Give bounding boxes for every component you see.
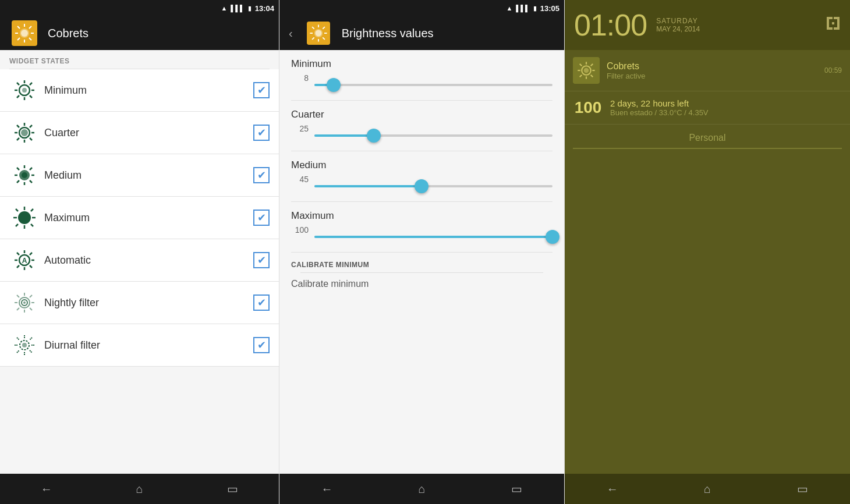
minimum-checkbox[interactable] bbox=[253, 82, 270, 98]
notif-cobrets-subtitle: Filter active bbox=[607, 72, 817, 80]
status-bar-2: ▲ ▌▌▌ ▮ 13:05 bbox=[279, 0, 564, 16]
maximum-checkbox[interactable] bbox=[253, 210, 270, 226]
nightly-icon bbox=[9, 288, 40, 318]
brightness-sliders-container: Minimum 8 Cuarter 25 bbox=[279, 50, 564, 474]
notif-cobrets-card[interactable]: Cobrets Filter active 00:59 bbox=[565, 50, 850, 91]
notif-cobrets-icon bbox=[573, 57, 600, 84]
settings-icon[interactable] bbox=[826, 16, 841, 34]
day-name: SATURDAY bbox=[656, 17, 700, 25]
slider-medium-track[interactable] bbox=[314, 177, 552, 196]
status-time-1: 13:04 bbox=[255, 4, 274, 13]
home-button-2[interactable]: ⌂ bbox=[405, 477, 440, 501]
personal-label-area: Personal bbox=[565, 125, 850, 157]
personal-divider bbox=[573, 148, 842, 149]
automatic-checkbox[interactable] bbox=[253, 252, 270, 268]
signal-icon: ▌▌▌ bbox=[231, 5, 244, 12]
list-item-nightly[interactable]: Nightly filter bbox=[0, 282, 279, 324]
list-item-diurnal[interactable]: Diurnal filter bbox=[0, 324, 279, 367]
home-button-1[interactable]: ⌂ bbox=[122, 477, 157, 501]
list-item-cuarter[interactable]: Cuarter bbox=[0, 112, 279, 154]
back-button-1[interactable]: ← bbox=[29, 477, 64, 501]
recent-button-1[interactable]: ▭ bbox=[215, 477, 250, 501]
nightly-checkbox[interactable] bbox=[253, 294, 270, 311]
medium-icon bbox=[9, 160, 40, 190]
automatic-icon: A bbox=[9, 245, 40, 275]
slider-maximum-section: Maximum 100 bbox=[291, 202, 552, 253]
home-button-3[interactable]: ⌂ bbox=[690, 477, 725, 501]
svg-point-22 bbox=[21, 129, 28, 136]
status-bar-1: ▲ ▌▌▌ ▮ 13:04 bbox=[0, 0, 279, 16]
back-button-2[interactable]: ← bbox=[310, 477, 345, 501]
battery-title: 2 days, 22 hours left bbox=[610, 98, 842, 108]
svg-line-29 bbox=[30, 125, 32, 127]
slider-minimum-track[interactable] bbox=[314, 76, 552, 94]
svg-line-18 bbox=[30, 95, 32, 98]
automatic-label: Automatic bbox=[44, 254, 253, 267]
notif-battery-card[interactable]: 100 2 days, 22 hours left Buen estado / … bbox=[565, 91, 850, 125]
list-item-automatic[interactable]: A Automatic bbox=[0, 239, 279, 282]
list-item-minimum[interactable]: Minimum bbox=[0, 69, 279, 112]
panel-brightness: ▲ ▌▌▌ ▮ 13:05 ‹ Brightness values bbox=[279, 0, 565, 504]
svg-line-27 bbox=[17, 125, 19, 127]
list-item-medium[interactable]: Medium bbox=[0, 154, 279, 197]
svg-line-46 bbox=[16, 209, 18, 211]
panel-cobrets: ▲ ▌▌▌ ▮ 13:04 Cobrets WIDGET STAT bbox=[0, 0, 279, 504]
svg-rect-98 bbox=[832, 22, 834, 24]
svg-line-49 bbox=[16, 224, 18, 226]
svg-line-107 bbox=[591, 64, 593, 66]
svg-point-100 bbox=[584, 68, 589, 73]
svg-point-72 bbox=[22, 343, 27, 347]
slider-medium-section: Medium 45 bbox=[291, 151, 552, 202]
slider-maximum-label: Maximum bbox=[291, 210, 552, 222]
battery-icon: ▮ bbox=[248, 5, 252, 12]
minimum-icon bbox=[9, 75, 40, 105]
diurnal-icon bbox=[9, 330, 40, 360]
wifi-icon-2: ▲ bbox=[506, 5, 512, 12]
minimum-label: Minimum bbox=[44, 84, 253, 97]
svg-line-48 bbox=[31, 209, 33, 211]
nav-bar-1: ← ⌂ ▭ bbox=[0, 474, 279, 504]
recent-button-3[interactable]: ▭ bbox=[785, 477, 820, 501]
personal-area: Personal bbox=[565, 125, 850, 474]
recent-button-2[interactable]: ▭ bbox=[500, 477, 534, 501]
clock-time: 01:00 bbox=[574, 8, 647, 42]
slider-cuarter-thumb[interactable] bbox=[367, 129, 381, 143]
slider-medium-row: 45 bbox=[291, 177, 552, 196]
notif-cobrets-content: Cobrets Filter active bbox=[607, 61, 817, 80]
slider-cuarter-track[interactable] bbox=[314, 126, 552, 145]
diurnal-label: Diurnal filter bbox=[44, 339, 253, 352]
svg-line-80 bbox=[17, 350, 19, 353]
svg-point-41 bbox=[18, 211, 31, 224]
slider-cuarter-value: 25 bbox=[291, 124, 309, 133]
header-back-icon[interactable]: ‹ bbox=[289, 27, 293, 40]
back-button-3[interactable]: ← bbox=[595, 477, 630, 501]
notif-cobrets-title: Cobrets bbox=[607, 61, 817, 72]
slider-maximum-thumb[interactable] bbox=[546, 230, 559, 244]
cuarter-checkbox[interactable] bbox=[253, 125, 270, 141]
svg-point-32 bbox=[22, 172, 27, 178]
svg-rect-97 bbox=[834, 17, 840, 19]
slider-minimum-bg bbox=[314, 84, 552, 86]
slider-maximum-track[interactable] bbox=[314, 228, 552, 246]
svg-line-17 bbox=[17, 83, 19, 85]
svg-line-67 bbox=[17, 295, 19, 297]
svg-point-12 bbox=[22, 88, 27, 93]
svg-text:A: A bbox=[22, 257, 27, 265]
slider-medium-value: 45 bbox=[291, 175, 309, 184]
battery-info-block: 2 days, 22 hours left Buen estado / 33.0… bbox=[610, 98, 842, 117]
list-item-maximum[interactable]: Maximum bbox=[0, 197, 279, 239]
svg-line-30 bbox=[17, 138, 19, 140]
medium-checkbox[interactable] bbox=[253, 167, 270, 183]
clock-display: 01:00 bbox=[574, 8, 647, 42]
slider-minimum-thumb[interactable] bbox=[327, 78, 341, 92]
diurnal-checkbox[interactable] bbox=[253, 337, 270, 353]
svg-rect-96 bbox=[834, 27, 840, 30]
nav-bar-2: ← ⌂ ▭ bbox=[279, 474, 564, 504]
slider-medium-thumb[interactable] bbox=[415, 179, 428, 193]
slider-maximum-fill bbox=[314, 236, 552, 238]
slider-maximum-value: 100 bbox=[291, 225, 309, 235]
calibrate-label: CALIBRATE MINIMUM bbox=[291, 253, 552, 272]
calibrate-hint[interactable]: Calibrate minimum bbox=[291, 273, 552, 293]
app-header-2: ‹ Brightness values bbox=[279, 16, 564, 50]
date-block: SATURDAY MAY 24, 2014 bbox=[656, 17, 700, 33]
